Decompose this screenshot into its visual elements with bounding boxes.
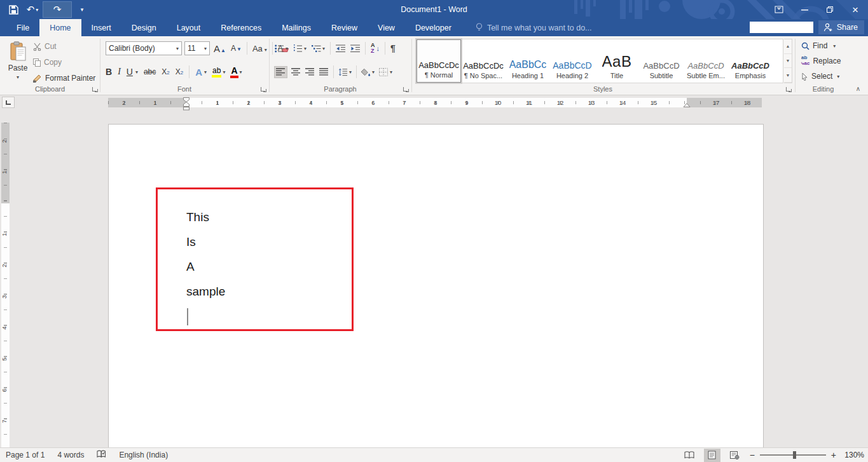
bullets-icon [275, 44, 284, 53]
styles-scroll-down-icon[interactable]: ▼ [784, 54, 792, 69]
replace-button[interactable]: ab⤷ac Replace [801, 55, 841, 67]
style-subtleemphasis[interactable]: AaBbCcDSubtle Em... [684, 39, 728, 83]
style-emphasis[interactable]: AaBbCcDEmphasis [728, 39, 773, 83]
align-right-button[interactable] [305, 68, 315, 76]
clipboard-dialog-launcher[interactable] [92, 87, 98, 93]
multilevel-list-button[interactable]: ▾ [312, 44, 325, 53]
shape-text[interactable]: ThisIsAsample [186, 205, 352, 304]
font-color-button[interactable]: A [231, 65, 237, 78]
tab-design[interactable]: Design [121, 19, 167, 36]
close-button[interactable]: × [843, 0, 868, 19]
word-count[interactable]: 4 words [57, 451, 84, 459]
v-ruler[interactable]: 211234567 [1, 123, 10, 447]
document-page[interactable]: ThisIsAsample [108, 124, 764, 447]
copy-button[interactable]: Copy [33, 56, 95, 69]
zoom-percentage[interactable]: 130% [841, 451, 864, 459]
select-button[interactable]: Select▾ [801, 70, 841, 83]
share-button[interactable]: Share [818, 20, 864, 34]
indent-markers[interactable] [183, 97, 190, 111]
paragraph-group-label: Paragraph [270, 85, 411, 93]
line-spacing-button[interactable]: ▾ [338, 68, 352, 76]
account-box[interactable] [750, 22, 813, 33]
read-mode-button[interactable] [681, 449, 698, 462]
styles-dialog-launcher[interactable] [786, 87, 792, 93]
restore-button[interactable] [817, 0, 843, 19]
italic-button[interactable]: I [118, 67, 121, 76]
font-dialog-launcher[interactable] [261, 87, 266, 93]
align-center-button[interactable] [291, 68, 301, 76]
tab-references[interactable]: References [210, 19, 272, 36]
strikethrough-button[interactable]: abc [144, 68, 156, 76]
select-cursor-icon [801, 72, 808, 81]
text-effects-button[interactable]: A [195, 67, 202, 77]
language-indicator[interactable]: English (India) [119, 451, 168, 459]
ruler-number: 4 [1, 324, 8, 332]
show-hide-pilcrow-button[interactable]: ¶ [390, 43, 396, 53]
h-ruler[interactable]: 211234567891011121314151718 [108, 98, 762, 107]
grow-font-button[interactable]: A▲ [214, 44, 226, 53]
right-indent-marker[interactable] [683, 103, 691, 107]
proofing-icon[interactable] [97, 450, 106, 460]
highlight-dropdown-icon[interactable]: ▾ [223, 69, 225, 75]
tab-insert[interactable]: Insert [81, 19, 121, 36]
sort-button[interactable]: AZ↓ [371, 43, 380, 54]
styles-scroll-up-icon[interactable]: ▲ [784, 39, 792, 54]
tab-file[interactable]: File [6, 19, 39, 36]
style-heading1[interactable]: AaBbCcHeading 1 [506, 39, 550, 83]
shrink-font-button[interactable]: A▼ [231, 44, 242, 52]
justify-button[interactable] [319, 68, 329, 76]
paste-button[interactable]: Paste ▾ [4, 39, 32, 90]
tell-me-box[interactable]: Tell me what you want to do... [476, 19, 592, 36]
tab-mailings[interactable]: Mailings [272, 19, 321, 36]
collapse-ribbon-icon[interactable]: ∧ [856, 85, 860, 92]
subscript-button[interactable]: X2 [162, 68, 169, 76]
underline-dropdown-icon[interactable]: ▾ [135, 69, 138, 75]
page-count[interactable]: Page 1 of 1 [6, 451, 45, 459]
change-case-button[interactable]: Aa▾ [252, 44, 267, 53]
tab-view[interactable]: View [368, 19, 405, 36]
increase-indent-button[interactable] [350, 44, 360, 53]
tab-layout[interactable]: Layout [167, 19, 211, 36]
ruler-number: 7 [1, 418, 8, 426]
find-button[interactable]: Find▾ [801, 39, 841, 52]
style-subtitle[interactable]: AaBbCcDSubtitle [639, 39, 684, 83]
font-name-combo[interactable]: Calibri (Body)▾ [106, 41, 182, 55]
decrease-indent-button[interactable] [336, 44, 345, 53]
print-layout-button[interactable] [704, 449, 720, 462]
zoom-slider[interactable] [760, 451, 826, 459]
tab-review[interactable]: Review [321, 19, 368, 36]
web-layout-button[interactable] [727, 449, 743, 462]
format-painter-button[interactable]: Format Painter [33, 72, 95, 85]
paragraph-dialog-launcher[interactable] [403, 87, 409, 93]
editing-group-label: Editing [796, 85, 850, 93]
tab-stop-selector[interactable] [2, 97, 15, 108]
font-color-dropdown-icon[interactable]: ▾ [240, 69, 242, 75]
cut-button[interactable]: Cut [33, 40, 95, 53]
zoom-controls: − + 130% [750, 450, 864, 460]
zoom-in-button[interactable]: + [831, 450, 836, 460]
font-size-combo[interactable]: 11▾ [184, 41, 210, 55]
zoom-out-button[interactable]: − [750, 450, 755, 460]
red-rectangle-shape[interactable]: ThisIsAsample [156, 187, 354, 331]
align-left-button[interactable] [275, 67, 287, 78]
minimize-button[interactable] [792, 0, 817, 19]
style-heading2[interactable]: AaBbCcDHeading 2 [550, 39, 595, 83]
text-highlight-button[interactable]: ab [212, 66, 221, 78]
borders-button[interactable]: ▾ [379, 68, 392, 76]
superscript-button[interactable]: X2 [176, 68, 183, 76]
paste-dropdown-icon[interactable]: ▾ [17, 74, 19, 80]
ribbon-display-options-button[interactable] [766, 0, 792, 19]
style-nospacing[interactable]: AaBbCcDc¶ No Spac... [461, 39, 506, 83]
styles-more-icon[interactable]: ▼ [784, 68, 792, 83]
underline-button[interactable]: U [127, 67, 133, 76]
zoom-slider-handle[interactable] [793, 451, 796, 459]
numbering-button[interactable]: ▾ [293, 44, 307, 53]
tab-developer[interactable]: Developer [405, 19, 462, 36]
bullets-button[interactable]: ▾ [275, 44, 288, 53]
tab-home[interactable]: Home [39, 19, 81, 36]
bold-button[interactable]: B [106, 67, 112, 76]
style-normal[interactable]: AaBbCcDc¶ Normal [417, 39, 461, 83]
style-title[interactable]: AaBTitle [595, 39, 639, 83]
text-effects-dropdown-icon[interactable]: ▾ [204, 69, 207, 75]
shading-button[interactable]: ▾ [361, 68, 375, 76]
